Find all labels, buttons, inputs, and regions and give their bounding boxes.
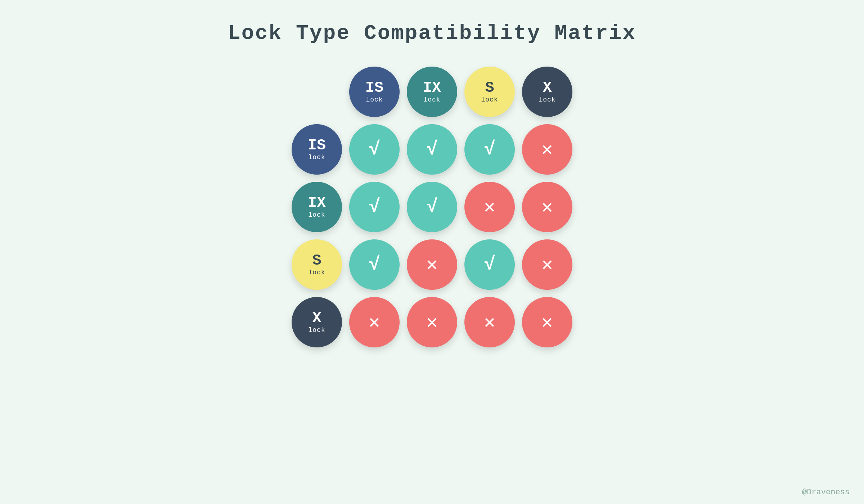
- cross-icon: ✕: [484, 195, 495, 219]
- header-col-ix: IXlock: [407, 67, 457, 117]
- row-ix: IXlock√√✕✕: [292, 182, 572, 232]
- cross-icon: ✕: [541, 311, 553, 334]
- result-ix-ix: √: [407, 182, 457, 232]
- cross-icon: ✕: [426, 311, 437, 334]
- header-col-s: Slock: [464, 67, 515, 117]
- lock-abbr: IS: [308, 138, 326, 153]
- row-label-is: ISlock: [292, 124, 342, 175]
- row-label-s: Slock: [292, 239, 342, 290]
- cross-icon: ✕: [426, 253, 437, 276]
- result-ix-x: ✕: [522, 182, 572, 232]
- check-icon: √: [484, 254, 495, 275]
- lock-sub: lock: [308, 211, 325, 219]
- result-x-ix: ✕: [407, 297, 457, 347]
- lock-sub: lock: [308, 154, 325, 161]
- watermark: @Draveness: [802, 488, 850, 497]
- cross-icon: ✕: [484, 311, 495, 334]
- lock-abbr: S: [312, 253, 321, 268]
- matrix-container: ISlockIXlockSlockXlockISlock√√√✕IXlock√√…: [292, 67, 572, 347]
- header-row: ISlockIXlockSlockXlock: [292, 67, 572, 117]
- check-icon: √: [484, 139, 495, 160]
- lock-sub: lock: [423, 96, 440, 103]
- result-is-ix: √: [407, 124, 457, 175]
- check-icon: √: [369, 139, 380, 160]
- page-title: Lock Type Compatibility Matrix: [228, 22, 636, 45]
- header-col-is: ISlock: [349, 67, 400, 117]
- result-ix-is: √: [349, 182, 400, 232]
- result-is-is: √: [349, 124, 400, 175]
- result-s-is: √: [349, 239, 400, 290]
- result-s-x: ✕: [522, 239, 572, 290]
- lock-abbr: IX: [423, 80, 441, 95]
- lock-sub: lock: [308, 327, 325, 334]
- result-is-x: ✕: [522, 124, 572, 175]
- lock-abbr: IS: [365, 80, 383, 95]
- cross-icon: ✕: [541, 138, 553, 161]
- row-label-x: Xlock: [292, 297, 342, 347]
- lock-sub: lock: [308, 269, 325, 276]
- check-icon: √: [369, 197, 380, 218]
- cross-icon: ✕: [369, 311, 380, 334]
- result-is-s: √: [464, 124, 515, 175]
- result-s-s: √: [464, 239, 515, 290]
- result-ix-s: ✕: [464, 182, 515, 232]
- cross-icon: ✕: [541, 253, 553, 276]
- result-x-x: ✕: [522, 297, 572, 347]
- row-s: Slock√✕√✕: [292, 239, 572, 290]
- result-s-ix: ✕: [407, 239, 457, 290]
- check-icon: √: [426, 197, 437, 218]
- lock-abbr: IX: [308, 195, 326, 211]
- lock-abbr: X: [543, 80, 552, 95]
- lock-sub: lock: [481, 96, 498, 103]
- row-is: ISlock√√√✕: [292, 124, 572, 175]
- header-spacer: [292, 67, 342, 117]
- row-x: Xlock✕✕✕✕: [292, 297, 572, 347]
- result-x-s: ✕: [464, 297, 515, 347]
- lock-sub: lock: [366, 96, 383, 103]
- check-icon: √: [369, 254, 380, 275]
- check-icon: √: [426, 139, 437, 160]
- lock-abbr: X: [312, 311, 321, 326]
- lock-sub: lock: [539, 96, 555, 103]
- cross-icon: ✕: [541, 195, 553, 219]
- result-x-is: ✕: [349, 297, 400, 347]
- header-col-x: Xlock: [522, 67, 572, 117]
- row-label-ix: IXlock: [292, 182, 342, 232]
- lock-abbr: S: [485, 80, 494, 95]
